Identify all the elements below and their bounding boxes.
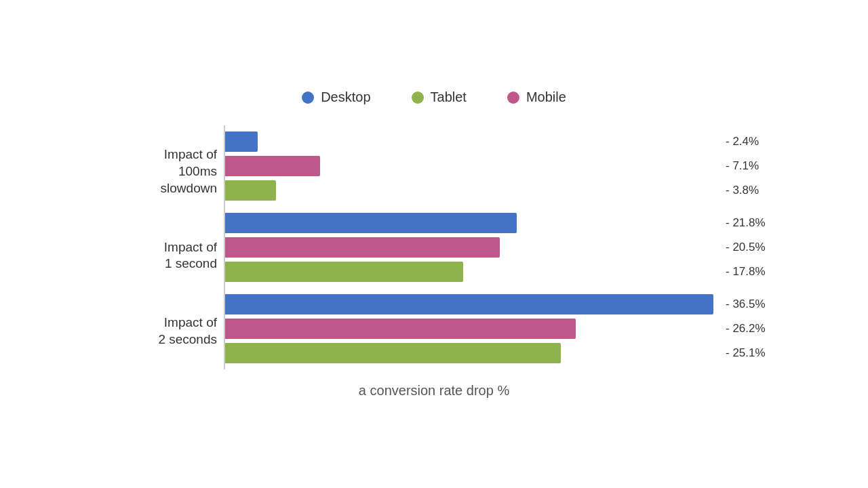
bar-row-2-2 [225, 342, 719, 364]
chart-body: Impact of100msslowdownImpact of1 secondI… [88, 125, 780, 369]
value-label-1-1: - 20.5% [726, 237, 780, 258]
bar-mobile-2 [225, 319, 576, 339]
mobile-legend-label: Mobile [526, 89, 566, 105]
bar-tablet-1 [225, 262, 463, 282]
bar-tablet-0 [225, 180, 276, 201]
bar-mobile-0 [225, 156, 320, 176]
bar-row-1-0 [225, 212, 719, 234]
y-label-2: Impact of2 seconds [88, 314, 217, 348]
bar-desktop-2 [225, 294, 713, 314]
value-label-2-1: - 26.2% [726, 318, 780, 340]
bar-row-2-1 [225, 318, 719, 340]
value-label-1-2: - 17.8% [726, 261, 780, 283]
bar-row-1-1 [225, 237, 719, 258]
chart-container: DesktopTabletMobile Impact of100msslowdo… [61, 76, 807, 412]
value-group-1: - 21.8%- 20.5%- 17.8% [726, 207, 780, 288]
legend-item-desktop: Desktop [302, 89, 370, 105]
legend: DesktopTabletMobile [88, 89, 780, 105]
bar-group-2 [225, 288, 719, 369]
bar-desktop-1 [225, 213, 517, 233]
value-group-2: - 36.5%- 26.2%- 25.1% [726, 288, 780, 369]
tablet-dot [412, 92, 424, 104]
legend-item-tablet: Tablet [412, 89, 467, 105]
value-label-1-0: - 21.8% [726, 212, 780, 234]
bar-group-1 [225, 207, 719, 288]
y-label-0: Impact of100msslowdown [88, 146, 217, 197]
bar-desktop-0 [225, 131, 258, 152]
value-labels: - 2.4%- 7.1%- 3.8%- 21.8%- 20.5%- 17.8%-… [719, 125, 780, 369]
desktop-legend-label: Desktop [321, 89, 370, 105]
y-label-1: Impact of1 second [88, 239, 217, 272]
bar-row-2-0 [225, 293, 719, 315]
mobile-dot [507, 92, 519, 104]
y-labels: Impact of100msslowdownImpact of1 secondI… [88, 125, 224, 369]
value-label-0-1: - 7.1% [726, 155, 780, 177]
value-label-2-0: - 36.5% [726, 293, 780, 315]
legend-item-mobile: Mobile [507, 89, 566, 105]
value-label-2-2: - 25.1% [726, 342, 780, 364]
bar-group-0 [225, 125, 719, 207]
value-label-0-0: - 2.4% [726, 131, 780, 152]
value-group-0: - 2.4%- 7.1%- 3.8% [726, 125, 780, 207]
desktop-dot [302, 92, 314, 104]
bars-area [224, 125, 719, 369]
value-label-0-2: - 3.8% [726, 180, 780, 201]
bar-row-0-0 [225, 131, 719, 152]
bar-row-0-1 [225, 155, 719, 177]
bar-mobile-1 [225, 237, 500, 258]
bar-tablet-2 [225, 343, 561, 363]
bar-row-0-2 [225, 180, 719, 201]
x-axis-label: a conversion rate drop % [88, 383, 780, 399]
tablet-legend-label: Tablet [431, 89, 467, 105]
bar-row-1-2 [225, 261, 719, 283]
